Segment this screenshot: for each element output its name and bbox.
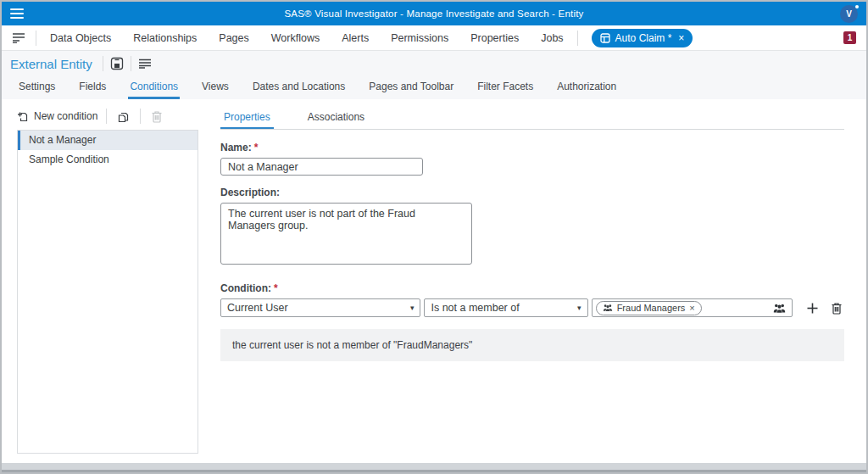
group-icon	[603, 304, 613, 312]
condition-label: Condition:*	[220, 282, 844, 294]
tab-associations[interactable]: Associations	[304, 108, 368, 129]
condition-builder-row: Current User ▾ Is not a member of ▾	[220, 298, 844, 317]
user-avatar[interactable]: V	[840, 5, 858, 23]
condition-operator-value: Is not a member of	[431, 302, 519, 314]
nav-item-data-objects[interactable]: Data Objects	[50, 32, 111, 44]
description-textarea[interactable]: The current user is not part of the Frau…	[220, 203, 472, 265]
tab-fields[interactable]: Fields	[77, 76, 108, 99]
conditions-list: Not a Manager Sample Condition	[17, 130, 198, 454]
nav-list-icon[interactable]	[10, 31, 27, 45]
divider	[577, 31, 578, 46]
nav-item-properties[interactable]: Properties	[470, 32, 519, 44]
notification-badge[interactable]: 1	[843, 31, 856, 44]
tab-filter-facets[interactable]: Filter Facets	[476, 76, 535, 99]
nav-item-pages[interactable]: Pages	[219, 32, 248, 44]
divider	[103, 56, 103, 71]
tab-properties[interactable]: Properties	[220, 108, 274, 129]
close-icon[interactable]: ×	[678, 32, 684, 44]
condition-list-item[interactable]: Sample Condition	[18, 150, 198, 170]
new-document-icon	[17, 110, 29, 122]
description-label: Description:	[220, 187, 844, 198]
required-marker: *	[254, 142, 259, 153]
tab-dates-and-locations[interactable]: Dates and Locations	[251, 76, 347, 99]
tab-views[interactable]: Views	[200, 76, 231, 99]
nav-item-workflows[interactable]: Workflows	[271, 32, 320, 44]
copy-condition-icon[interactable]	[115, 109, 131, 125]
name-input[interactable]	[220, 158, 423, 176]
title-bar: SAS® Visual Investigator - Manage Invest…	[2, 2, 866, 25]
tab-authorization[interactable]: Authorization	[555, 76, 618, 99]
nav-item-alerts[interactable]: Alerts	[342, 32, 369, 44]
nav-items: Data Objects Relationships Pages Workflo…	[50, 32, 564, 44]
detail-tabs: Properties Associations	[220, 108, 844, 130]
condition-operator-select[interactable]: Is not a member of ▾	[424, 298, 587, 317]
divider	[106, 109, 107, 124]
divider	[140, 109, 141, 124]
chevron-down-icon: ▾	[577, 304, 581, 312]
hamburger-menu-icon[interactable]	[10, 8, 24, 19]
group-tag-label: Fraud Managers	[617, 303, 686, 313]
condition-value-field[interactable]: Fraud Managers ×	[592, 298, 793, 317]
new-condition-label: New condition	[34, 110, 97, 122]
open-entity-pill[interactable]: Auto Claim * ×	[592, 29, 693, 47]
tag-close-icon[interactable]: ×	[689, 303, 694, 313]
tab-pages-and-toolbar[interactable]: Pages and Toolbar	[367, 76, 455, 99]
delete-condition-icon[interactable]	[149, 109, 164, 125]
group-tag[interactable]: Fraud Managers ×	[596, 301, 702, 315]
required-marker: *	[274, 282, 278, 294]
entity-options-lines-icon[interactable]	[136, 57, 153, 70]
save-icon[interactable]	[108, 55, 125, 72]
divider	[36, 31, 36, 46]
nav-item-permissions[interactable]: Permissions	[391, 32, 448, 44]
app-title: SAS® Visual Investigator - Manage Invest…	[2, 8, 866, 19]
condition-row-actions	[804, 300, 844, 316]
entity-header: External Entity	[2, 51, 866, 76]
name-label: Name:*	[220, 142, 844, 153]
content-area: New condition	[2, 99, 866, 460]
conditions-toolbar: New condition	[17, 106, 198, 126]
entity-grid-icon	[600, 33, 610, 43]
new-condition-button[interactable]: New condition	[17, 110, 97, 122]
tab-conditions[interactable]: Conditions	[128, 76, 180, 99]
condition-detail-panel: Properties Associations Name:* Descripti…	[205, 99, 866, 460]
avatar-initial: V	[846, 9, 852, 19]
condition-subject-select[interactable]: Current User ▾	[220, 298, 420, 317]
window-footer	[2, 460, 866, 472]
delete-clause-icon[interactable]	[829, 300, 844, 316]
nav-item-relationships[interactable]: Relationships	[133, 32, 197, 44]
app-window: SAS® Visual Investigator - Manage Invest…	[0, 0, 868, 474]
avatar-status-dot	[855, 5, 859, 8]
conditions-list-panel: New condition	[2, 99, 205, 460]
divider	[131, 56, 131, 71]
properties-form: Name:* Description: The current user is …	[220, 142, 844, 361]
entity-tabs: Settings Fields Conditions Views Dates a…	[2, 76, 866, 99]
chevron-down-icon: ▾	[410, 304, 415, 312]
entity-title: External Entity	[10, 57, 92, 71]
condition-subject-value: Current User	[227, 302, 288, 314]
top-navigation: Data Objects Relationships Pages Workflo…	[2, 25, 866, 51]
condition-list-item[interactable]: Not a Manager	[18, 131, 198, 150]
add-condition-clause-icon[interactable]	[804, 300, 821, 316]
select-groups-icon[interactable]	[771, 301, 787, 315]
tab-settings[interactable]: Settings	[17, 76, 57, 99]
nav-item-jobs[interactable]: Jobs	[541, 32, 563, 44]
condition-summary: the current user is not a member of "Fra…	[220, 329, 844, 361]
open-entity-label: Auto Claim *	[615, 32, 672, 44]
